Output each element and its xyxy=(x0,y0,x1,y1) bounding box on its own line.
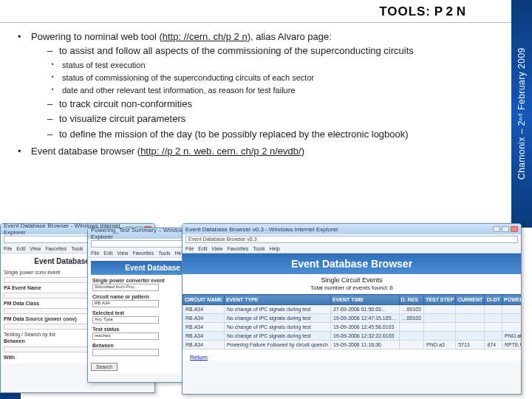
menu-item[interactable]: View xyxy=(211,246,222,251)
window-titlebar[interactable]: Event Database Browser v0.3 - Windows In… xyxy=(183,224,521,234)
table-cell: RB.A34 xyxy=(183,323,225,332)
table-cell: Powering Failure Followed by circuit que… xyxy=(224,341,330,349)
table-cell xyxy=(424,305,456,314)
table-row[interactable]: RB.A34No change of IPC signals during te… xyxy=(183,314,522,323)
menu-item[interactable]: Tools xyxy=(253,246,265,251)
table-cell xyxy=(399,323,423,332)
menu-item[interactable]: File xyxy=(91,250,99,256)
maximize-icon[interactable] xyxy=(502,226,509,232)
table-cell: No change of IPC signals during test xyxy=(224,305,330,314)
table-cell xyxy=(399,341,423,349)
close-icon[interactable] xyxy=(511,226,518,232)
table-cell xyxy=(502,314,522,323)
table-cell: RB.A34 xyxy=(183,341,225,349)
search-button[interactable]: Search xyxy=(91,363,117,371)
date-input[interactable] xyxy=(92,349,159,356)
table-cell: No change of IPC signals during test xyxy=(224,314,330,323)
menu-item[interactable]: Edit xyxy=(198,246,207,251)
slide-body: Powering to nominal web tool (http: //ce… xyxy=(0,23,532,166)
sub-1a-i: status of test execution xyxy=(52,60,466,72)
table-cell: PNO.al xyxy=(502,332,522,341)
table-cell xyxy=(485,332,502,341)
select-input[interactable]: Any Type xyxy=(92,316,159,324)
table-cell: 19-09-2008 12:45:58.0103 xyxy=(330,323,399,332)
return-link[interactable]: Return xyxy=(190,354,208,361)
sub-1d: to define the mission of the day (to be … xyxy=(47,128,466,142)
col-header[interactable]: EVENT TYPE xyxy=(224,295,330,305)
table-cell xyxy=(456,323,485,332)
menu-item[interactable]: File xyxy=(185,246,194,251)
sub-1a: to assist and follow all aspects of the … xyxy=(47,44,466,58)
page-subheading: Single Circuit Events xyxy=(183,274,521,284)
table-cell xyxy=(424,323,456,332)
menu-bar: File Edit View Favorites Tools Help xyxy=(183,245,521,253)
table-cell: 19-09-2008 12:32:22.0103 xyxy=(330,332,399,341)
table-row[interactable]: RB.A34No change of IPC signals during te… xyxy=(183,323,522,332)
select-input[interactable]: reached xyxy=(92,332,159,340)
table-cell: RB.A34 xyxy=(183,314,225,323)
table-cell xyxy=(424,314,456,323)
return-link-wrap: Return xyxy=(190,354,514,361)
minimize-icon[interactable] xyxy=(493,226,500,232)
menu-item[interactable]: Edit xyxy=(16,246,25,251)
table-cell xyxy=(485,305,502,314)
table-cell xyxy=(456,332,485,341)
sub-1a-iii: date and other relevant test information… xyxy=(52,85,466,97)
col-header[interactable]: D. RES xyxy=(399,295,423,305)
table-cell xyxy=(502,323,522,332)
table-cell: No change of IPC signals during test xyxy=(224,323,330,332)
tool-name: P 2 N xyxy=(434,4,466,18)
result-count: Total number of events found: 6 xyxy=(183,284,521,294)
screenshot-stack: Event Database Browser - Windows Interne… xyxy=(0,223,532,399)
page-body: Event Database Browser Single Circuit Ev… xyxy=(183,253,521,361)
sub-1b: to track circuit non-conformities xyxy=(47,98,466,112)
text-input[interactable]: Submitted from Pno… xyxy=(92,284,159,291)
sidebar-right: Chamonix – 2ⁿᵈ February 2009 xyxy=(511,0,532,228)
col-header[interactable]: DI-DT xyxy=(485,295,502,305)
tools-label: TOOLS: xyxy=(379,4,431,18)
browser-window-3: Event Database Browser v0.3 - Windows In… xyxy=(182,223,522,395)
table-cell xyxy=(456,314,485,323)
table-cell: …06103 xyxy=(399,305,423,314)
col-header[interactable]: POWER CONVERTER xyxy=(502,295,522,305)
window-buttons xyxy=(493,226,518,232)
menu-item[interactable]: Tools xyxy=(158,250,170,256)
bullet-main-1: Powering to nominal web tool (http: //ce… xyxy=(18,30,466,142)
table-cell xyxy=(424,332,456,341)
window-title: Event Database Browser v0.3 - Windows In… xyxy=(185,226,338,233)
table-cell: 27-09-2008 01:50:03… xyxy=(330,305,399,314)
col-header[interactable]: TEST STEP xyxy=(424,295,456,305)
menu-item[interactable]: Favorites xyxy=(45,246,66,251)
menu-item[interactable]: View xyxy=(117,250,128,256)
text-input[interactable]: RB.A34 xyxy=(92,300,159,307)
table-cell: RPTE.UA43 RB.A34 xyxy=(502,341,522,349)
menu-item[interactable]: Help xyxy=(270,246,280,251)
table-cell: 19-09-2008 11:18:36 xyxy=(330,341,399,349)
menu-item[interactable]: Favorites xyxy=(132,250,154,256)
table-row[interactable]: RB.A34Powering Failure Followed by circu… xyxy=(183,341,522,349)
table-cell: …00103 xyxy=(399,314,423,323)
link-p2n[interactable]: http: //cern. ch/p 2 n xyxy=(163,31,248,42)
menu-item[interactable]: Edit xyxy=(103,250,112,256)
table-cell xyxy=(456,305,485,314)
table-cell: 5713 xyxy=(456,341,485,349)
table-row[interactable]: RB.A34No change of IPC signals during te… xyxy=(183,332,522,341)
table-cell: No change of IPC signals during test xyxy=(224,332,330,341)
col-header[interactable]: EVENT TIME xyxy=(330,295,399,305)
menu-item[interactable]: Favorites xyxy=(227,246,248,251)
link-evdb[interactable]: http: //p 2 n. web. cern. ch/p 2 n/evdb/ xyxy=(140,146,301,157)
menu-item[interactable]: View xyxy=(30,246,41,251)
table-row[interactable]: RB.A34No change of IPC signals during te… xyxy=(183,305,522,314)
table-cell xyxy=(399,332,423,341)
col-header[interactable]: CIRCUIT NAME xyxy=(183,295,225,305)
table-cell xyxy=(485,323,502,332)
table-cell xyxy=(502,305,522,314)
menu-item[interactable]: Tools xyxy=(71,246,83,251)
col-header[interactable]: CURRENT xyxy=(456,295,485,305)
bullet-main-2: Event database browser (http: //p 2 n. w… xyxy=(18,145,466,159)
sub-1a-ii: status of commissioning of the supercond… xyxy=(52,72,466,84)
address-bar[interactable]: Event Database Browser v0.3 xyxy=(185,236,518,243)
sub-1c: to visualize circuit parameters xyxy=(47,112,466,126)
menu-item[interactable]: File xyxy=(4,246,12,251)
table-cell: 874 xyxy=(485,341,502,349)
